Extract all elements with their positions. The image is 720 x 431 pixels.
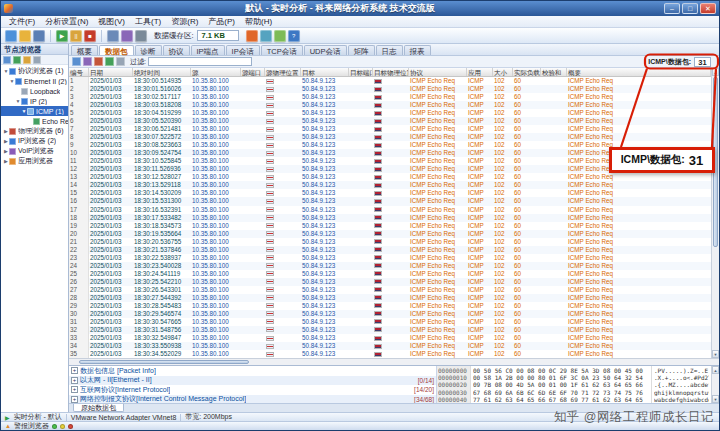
tab-1[interactable]: 数据包 [99, 45, 134, 55]
column-header-sport[interactable]: 源端口 [241, 68, 265, 76]
tab-5[interactable]: IP会话 [226, 45, 260, 55]
tab-9[interactable]: 日志 [376, 45, 403, 55]
packet-row[interactable]: 222025/01/0318:30:21.53784610.35.80.1005… [69, 246, 711, 254]
minimize-button[interactable]: – [664, 3, 680, 14]
column-header-sloc[interactable]: 源物理位置 [265, 68, 301, 76]
decode-row-2[interactable]: +互联网协议[Internet Protocol][14/20] [69, 385, 436, 395]
column-header-payload[interactable]: 实际负载 [513, 68, 541, 76]
close-button[interactable]: ✕ [700, 3, 716, 14]
column-header-checksum[interactable]: 校验和 [541, 68, 567, 76]
stop-capture-icon[interactable]: ■ [84, 30, 96, 42]
packet-row[interactable]: 72025/01/0318:30:06.52148110.35.80.10050… [69, 125, 711, 133]
tree-node-7[interactable]: ▶IP浏览器 (2) [1, 136, 68, 146]
filter-funnel-icon[interactable] [83, 57, 92, 66]
column-header-size[interactable]: 大小 [493, 68, 513, 76]
packet-row[interactable]: 12025/01/0318:30:00.51493510.35.80.10050… [69, 77, 711, 85]
column-settings-icon[interactable] [116, 57, 125, 66]
alarm-explorer-icon[interactable] [246, 30, 258, 42]
maximize-button[interactable]: □ [682, 3, 698, 14]
decode-row-3[interactable]: +网络控制报文协议[Internet Control Message Proto… [69, 395, 436, 404]
packet-row[interactable]: 52025/01/0318:30:04.51929910.35.80.10050… [69, 109, 711, 117]
packet-row[interactable]: 282025/01/0318:30:27.54439210.35.80.1005… [69, 294, 711, 302]
packet-row[interactable]: 322025/01/0318:30:31.54875610.35.80.1005… [69, 326, 711, 334]
packet-row[interactable]: 302025/01/0318:30:29.54657410.35.80.1005… [69, 310, 711, 318]
menu-item-2[interactable]: 视图(V) [93, 16, 130, 27]
menu-item-4[interactable]: 资源(R) [166, 16, 203, 27]
column-header-time[interactable]: 绝对时间 [133, 68, 191, 76]
tree-node-9[interactable]: ▶应用浏览器 [1, 156, 68, 166]
tab-raw-packet[interactable]: 原始数据包 [73, 404, 124, 412]
packet-row[interactable]: 142025/01/0318:30:13.52911810.35.80.1005… [69, 181, 711, 189]
report-icon[interactable] [274, 30, 286, 42]
expand-icon[interactable]: + [71, 386, 78, 393]
decode-row-1[interactable]: +以太网 - II[Ethernet - II][0/14] [69, 376, 436, 386]
tree-node-6[interactable]: ▶物理浏览器 (6) [1, 126, 68, 136]
menu-item-6[interactable]: 帮助(H) [240, 16, 277, 27]
packet-row[interactable]: 202025/01/0318:30:19.53566410.35.80.1005… [69, 230, 711, 238]
tree-node-1[interactable]: ▼Ethernet II (2) [1, 76, 68, 86]
packet-row[interactable]: 192025/01/0318:30:18.53457310.35.80.1005… [69, 222, 711, 230]
column-header-app[interactable]: 应用 [467, 68, 493, 76]
menu-item-1[interactable]: 分析设置(N) [40, 16, 93, 27]
auto-scroll-icon[interactable] [105, 57, 114, 66]
tree-node-0[interactable]: ▼协议浏览器 (1) [1, 66, 68, 76]
packet-row[interactable]: 32025/01/0318:30:02.51711710.35.80.10050… [69, 93, 711, 101]
packet-row[interactable]: 162025/01/0318:30:15.53130010.35.80.1005… [69, 197, 711, 205]
column-header-dst[interactable]: 目标 [301, 68, 349, 76]
expand-icon[interactable]: + [71, 377, 78, 384]
pause-capture-icon[interactable]: || [70, 30, 82, 42]
log-view-icon[interactable] [260, 30, 272, 42]
general-settings-icon[interactable] [135, 30, 147, 42]
tree-node-2[interactable]: Loopback [1, 86, 68, 96]
packet-row[interactable]: 132025/01/0318:30:12.52802710.35.80.1005… [69, 173, 711, 181]
start-capture-icon[interactable]: ▶ [56, 30, 68, 42]
packet-row[interactable]: 332025/01/0318:30:32.54984710.35.80.1005… [69, 334, 711, 342]
menu-item-3[interactable]: 工具(T) [130, 16, 166, 27]
adapter-settings-icon[interactable] [107, 30, 119, 42]
export-packets-icon[interactable] [72, 57, 81, 66]
tab-3[interactable]: 协议 [163, 45, 190, 55]
menu-item-0[interactable]: 文件(F) [4, 16, 40, 27]
clear-packets-icon[interactable] [94, 57, 103, 66]
tree-node-8[interactable]: ▶VoIP浏览器 [1, 146, 68, 156]
tree-node-4[interactable]: ▼ICMP (1) [1, 106, 68, 116]
tree-refresh-icon[interactable] [13, 56, 21, 64]
packet-row[interactable]: 262025/01/0318:30:25.54221010.35.80.1005… [69, 278, 711, 286]
packet-row[interactable]: 342025/01/0318:30:33.55093810.35.80.1005… [69, 342, 711, 350]
tree-expand-all-icon[interactable] [23, 56, 31, 64]
decode-scroll-up-icon[interactable]: ▲ [712, 366, 719, 374]
help-icon[interactable]: ? [288, 30, 300, 42]
tab-8[interactable]: 矩阵 [348, 45, 375, 55]
tree-node-3[interactable]: ▼IP (2) [1, 96, 68, 106]
packet-row[interactable]: 82025/01/0318:30:07.52257210.35.80.10050… [69, 133, 711, 141]
column-header-dloc[interactable]: 目标物理位置 [373, 68, 409, 76]
tab-0[interactable]: 概要 [71, 45, 98, 55]
open-project-icon[interactable] [19, 30, 31, 42]
packet-row[interactable]: 62025/01/0318:30:05.52039010.35.80.10050… [69, 117, 711, 125]
horizontal-scrollbar[interactable] [69, 358, 719, 365]
packet-row[interactable]: 42025/01/0318:30:03.51820810.35.80.10050… [69, 101, 711, 109]
packet-row[interactable]: 292025/01/0318:30:28.54548310.35.80.1005… [69, 302, 711, 310]
tab-7[interactable]: UDP会话 [304, 45, 347, 55]
decode-row-0[interactable]: +数据包信息 [Packet Info] [69, 366, 436, 376]
scroll-down-icon[interactable]: ▼ [712, 350, 719, 358]
column-header-date[interactable]: 日期 [89, 68, 133, 76]
vertical-scrollbar[interactable]: ▲ ▼ [711, 68, 719, 358]
packet-row[interactable]: 252025/01/0318:30:24.54111910.35.80.1005… [69, 270, 711, 278]
save-icon[interactable] [33, 30, 45, 42]
tree-locate-icon[interactable] [33, 56, 41, 64]
column-header-src[interactable]: 源 [191, 68, 241, 76]
packet-row[interactable]: 242025/01/0318:30:23.54002810.35.80.1005… [69, 262, 711, 270]
packet-row[interactable]: 212025/01/0318:30:20.53675510.35.80.1005… [69, 238, 711, 246]
menu-item-5[interactable]: 产品(P) [203, 16, 240, 27]
packet-row[interactable]: 172025/01/0318:30:16.53239110.35.80.1005… [69, 206, 711, 214]
packet-row[interactable]: 272025/01/0318:30:26.54330110.35.80.1005… [69, 286, 711, 294]
packet-row[interactable]: 182025/01/0318:30:17.53348210.35.80.1005… [69, 214, 711, 222]
tab-10[interactable]: 报表 [404, 45, 431, 55]
expand-icon[interactable]: + [71, 367, 78, 374]
tree-filter-icon[interactable] [3, 56, 11, 64]
column-header-dport[interactable]: 目标端口 [349, 68, 373, 76]
column-header-proto[interactable]: 协议 [409, 68, 467, 76]
tab-6[interactable]: TCP会话 [261, 45, 303, 55]
packet-row[interactable]: 152025/01/0318:30:14.53020910.35.80.1005… [69, 189, 711, 197]
